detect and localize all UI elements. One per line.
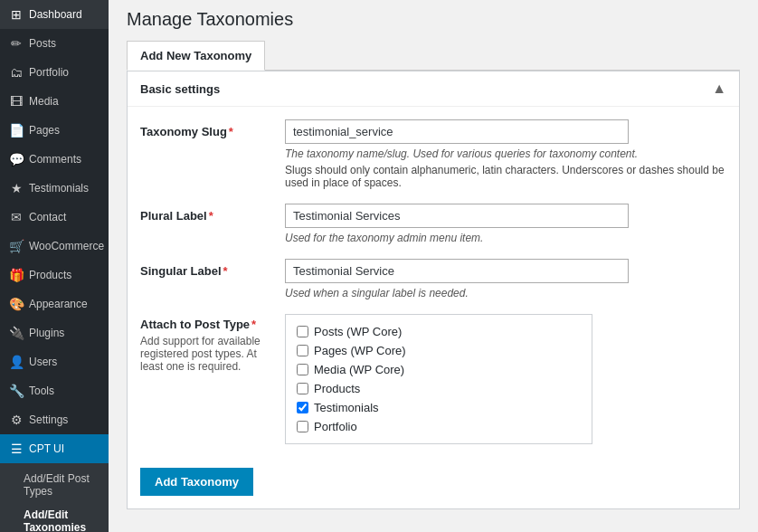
taxonomy-slug-field: The taxonomy name/slug. Used for various… xyxy=(285,119,726,189)
plural-label-input[interactable] xyxy=(285,204,629,228)
plural-label-label: Plural Label* xyxy=(140,204,285,223)
plugins-icon: 🔌 xyxy=(9,326,24,340)
form-card: Basic settings ▲ Taxonomy Slug* The taxo… xyxy=(127,71,740,509)
sidebar-item-appearance[interactable]: 🎨 Appearance xyxy=(0,290,109,318)
sidebar-label-plugins: Plugins xyxy=(29,327,64,339)
plural-label-field: Used for the taxonomy admin menu item. xyxy=(285,204,726,244)
tab-bar: Add New Taxonomy xyxy=(127,41,740,71)
media-icon: 🎞 xyxy=(9,94,24,109)
checkbox-media[interactable]: Media (WP Core) xyxy=(297,360,581,379)
form-body: Taxonomy Slug* The taxonomy name/slug. U… xyxy=(128,107,739,508)
checkbox-testimonials[interactable]: Testimonials xyxy=(297,398,581,417)
sidebar-label-cptui: CPT UI xyxy=(29,442,64,455)
taxonomy-slug-label: Taxonomy Slug* xyxy=(140,119,285,138)
checkbox-pages-input[interactable] xyxy=(297,345,308,356)
page-title: Manage Taxonomies xyxy=(127,9,740,30)
testimonials-icon: ★ xyxy=(9,181,24,195)
sidebar: ⊞ Dashboard ✏ Posts 🗂 Portfolio 🎞 Media … xyxy=(0,0,109,532)
dashboard-icon: ⊞ xyxy=(9,7,24,22)
posts-icon: ✏ xyxy=(9,36,24,51)
sidebar-label-pages: Pages xyxy=(29,124,60,137)
pages-icon: 📄 xyxy=(9,123,24,138)
cptui-icon: ☰ xyxy=(9,442,24,456)
checkbox-pages[interactable]: Pages (WP Core) xyxy=(297,341,581,360)
sidebar-item-comments[interactable]: 💬 Comments xyxy=(0,145,109,174)
required-star-singular: * xyxy=(223,264,228,278)
checkbox-posts[interactable]: Posts (WP Core) xyxy=(297,322,581,341)
singular-label-field: Used when a singular label is needed. xyxy=(285,259,726,299)
attach-post-type-label: Attach to Post Type* Add support for ava… xyxy=(140,314,285,373)
taxonomy-slug-row: Taxonomy Slug* The taxonomy name/slug. U… xyxy=(140,119,726,189)
form-card-header: Basic settings ▲ xyxy=(128,71,739,107)
submenu-add-edit-taxonomies[interactable]: Add/Edit Taxonomies xyxy=(0,503,109,532)
contact-icon: ✉ xyxy=(9,210,24,224)
sidebar-label-settings: Settings xyxy=(29,413,68,426)
sidebar-label-users: Users xyxy=(29,356,57,368)
plural-label-row: Plural Label* Used for the taxonomy admi… xyxy=(140,204,726,244)
comments-icon: 💬 xyxy=(9,152,24,166)
portfolio-icon: 🗂 xyxy=(9,65,24,80)
sidebar-label-comments: Comments xyxy=(29,153,81,166)
sidebar-label-woocommerce: WooCommerce xyxy=(29,240,104,252)
sidebar-item-posts[interactable]: ✏ Posts xyxy=(0,29,109,58)
checkbox-media-input[interactable] xyxy=(297,364,308,375)
sidebar-item-settings[interactable]: ⚙ Settings xyxy=(0,405,109,434)
attach-post-type-row: Attach to Post Type* Add support for ava… xyxy=(140,314,726,444)
checkbox-products-input[interactable] xyxy=(297,383,308,394)
sidebar-label-appearance: Appearance xyxy=(29,298,88,310)
required-star-slug: * xyxy=(229,125,233,138)
sidebar-item-products[interactable]: 🎁 Products xyxy=(0,261,109,290)
woocommerce-icon: 🛒 xyxy=(9,239,24,253)
sidebar-label-tools: Tools xyxy=(29,385,54,397)
sidebar-item-media[interactable]: 🎞 Media xyxy=(0,87,109,116)
sidebar-item-woocommerce[interactable]: 🛒 WooCommerce xyxy=(0,232,109,261)
checkbox-testimonials-input[interactable] xyxy=(297,402,308,413)
appearance-icon: 🎨 xyxy=(9,297,24,311)
required-star-plural: * xyxy=(209,209,213,223)
sidebar-item-users[interactable]: 👤 Users xyxy=(0,347,109,376)
sidebar-item-tools[interactable]: 🔧 Tools xyxy=(0,376,109,405)
required-star-posttype: * xyxy=(251,318,256,331)
sidebar-item-portfolio[interactable]: 🗂 Portfolio xyxy=(0,58,109,87)
section-title: Basic settings xyxy=(140,82,220,96)
sidebar-item-cptui[interactable]: ☰ CPT UI xyxy=(0,434,109,463)
tab-add-new-taxonomy[interactable]: Add New Taxonomy xyxy=(127,41,265,71)
taxonomy-slug-input[interactable] xyxy=(285,119,629,144)
products-icon: 🎁 xyxy=(9,268,24,282)
sidebar-label-contact: Contact xyxy=(29,211,66,223)
submenu-add-edit-post-types[interactable]: Add/Edit Post Types xyxy=(0,467,109,503)
cptui-submenu: Add/Edit Post Types Add/Edit Taxonomies … xyxy=(0,463,109,532)
sidebar-item-plugins[interactable]: 🔌 Plugins xyxy=(0,318,109,347)
checkbox-group: Posts (WP Core) Pages (WP Core) Media (W… xyxy=(285,314,592,444)
main-content: Manage Taxonomies Add New Taxonomy Basic… xyxy=(109,0,758,532)
checkbox-portfolio[interactable]: Portfolio xyxy=(297,417,581,436)
sidebar-label-dashboard: Dashboard xyxy=(29,8,82,21)
sidebar-label-testimonials: Testimonials xyxy=(29,182,89,195)
sidebar-item-testimonials[interactable]: ★ Testimonials xyxy=(0,174,109,203)
sidebar-item-dashboard[interactable]: ⊞ Dashboard xyxy=(0,0,109,29)
singular-label-input[interactable] xyxy=(285,259,629,283)
singular-label-hint: Used when a singular label is needed. xyxy=(285,287,726,299)
add-taxonomy-button[interactable]: Add Taxonomy xyxy=(140,468,253,496)
users-icon: 👤 xyxy=(9,355,24,369)
sidebar-label-media: Media xyxy=(29,95,59,108)
singular-label-row: Singular Label* Used when a singular lab… xyxy=(140,259,726,299)
attach-post-type-desc: Add support for available registered pos… xyxy=(140,335,267,373)
sidebar-label-posts: Posts xyxy=(29,37,56,50)
checkbox-products[interactable]: Products xyxy=(297,379,581,398)
sidebar-item-pages[interactable]: 📄 Pages xyxy=(0,116,109,145)
sidebar-item-contact[interactable]: ✉ Contact xyxy=(0,203,109,232)
post-type-field-col: Posts (WP Core) Pages (WP Core) Media (W… xyxy=(285,314,726,444)
settings-icon: ⚙ xyxy=(9,413,24,427)
plural-label-hint: Used for the taxonomy admin menu item. xyxy=(285,232,726,244)
checkbox-portfolio-input[interactable] xyxy=(297,421,308,432)
tools-icon: 🔧 xyxy=(9,384,24,398)
sidebar-label-products: Products xyxy=(29,269,71,281)
taxonomy-slug-note: Slugs should only contain alphanumeric, … xyxy=(285,164,726,189)
taxonomy-slug-hint: The taxonomy name/slug. Used for various… xyxy=(285,147,726,160)
singular-label-label: Singular Label* xyxy=(140,259,285,278)
collapse-icon[interactable]: ▲ xyxy=(712,81,726,97)
sidebar-label-portfolio: Portfolio xyxy=(29,66,69,79)
checkbox-posts-input[interactable] xyxy=(297,326,308,337)
